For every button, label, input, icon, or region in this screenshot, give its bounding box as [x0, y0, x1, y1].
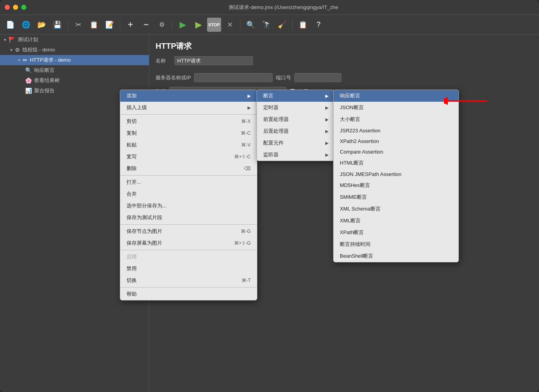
new-button[interactable]: 📄 [3, 18, 17, 32]
right-panel-title: HTTP请求 [156, 41, 533, 51]
menu-item-copy[interactable]: 复制 ⌘-C [120, 127, 257, 139]
menu-label-xml-assertion: XML断言 [340, 217, 361, 224]
copy-button[interactable]: 📋 [87, 18, 101, 32]
menu-item-post-processor[interactable]: 后置处理器 ▶ [257, 125, 335, 137]
menu-item-cut[interactable]: 剪切 ⌘-X [120, 115, 257, 127]
menu-label-help: 帮助 [126, 291, 137, 298]
open-button[interactable]: 🌐 [19, 18, 33, 32]
menu-item-listener[interactable]: 监听器 ▶ [257, 149, 335, 161]
shortcut-toggle: ⌘-T [242, 278, 251, 283]
paste-button[interactable]: 📝 [103, 18, 117, 32]
sep3 [172, 19, 172, 30]
tree-label-response-assertion: 响应断言 [34, 67, 55, 74]
menu-item-open[interactable]: 打开... [120, 176, 257, 188]
menu-item-json-assertion[interactable]: JSON断言 [334, 102, 458, 114]
menu-label-html-assertion: HTML断言 [340, 159, 364, 167]
run-button[interactable]: ▶ [176, 18, 190, 32]
list-button[interactable]: 📋 [296, 18, 310, 32]
cut-button[interactable]: ✂ [71, 18, 85, 32]
aggregate-report-icon: 📊 [25, 88, 32, 94]
broom-button[interactable]: 🧹 [275, 18, 289, 32]
menu-item-config[interactable]: 配置元件 ▶ [257, 137, 335, 149]
menu-item-duplicate[interactable]: 复写 ⌘+⇧-C [120, 151, 257, 163]
menu-label-size-assertion: 大小断言 [340, 116, 360, 123]
server-input[interactable] [194, 73, 273, 82]
menu-item-save-fragment[interactable]: 保存为测试片段 [120, 212, 257, 223]
menu-item-timer[interactable]: 定时器 ▶ [257, 102, 335, 114]
tree-label-result-tree: 察看结果树 [34, 77, 60, 84]
sep-3 [120, 224, 257, 225]
menu-item-delete[interactable]: 删除 ⌫ [120, 163, 257, 174]
menu-item-size-assertion[interactable]: 大小断言 [334, 114, 458, 125]
menu-item-xml-schema-assertion[interactable]: XML Schema断言 [334, 203, 458, 215]
close-button[interactable] [5, 5, 10, 10]
menu-label-jmespath-assertion: JSON JMESPath Assertion [340, 171, 402, 177]
menu-item-assertion[interactable]: 断言 ▶ [257, 90, 335, 102]
menu-item-toggle[interactable]: 切换 ⌘-T [120, 275, 257, 286]
menu-item-smime-assertion[interactable]: SMIME断言 [334, 191, 458, 203]
menu-item-xpath2-assertion[interactable]: XPath2 Assertion [334, 136, 458, 147]
menu-item-save-selection[interactable]: 选中部分保存为... [120, 200, 257, 212]
server-label: 服务器名称或IP [156, 74, 191, 81]
menu-label-md5hex-assertion: MD5Hex断言 [340, 182, 370, 189]
menu-item-disable[interactable]: 禁用 [120, 263, 257, 275]
traffic-lights [5, 5, 26, 10]
tree-label-http-request: HTTP请求 - demo [30, 57, 71, 64]
context-menu-main: 添加 ▶ 插入上级 ▶ 剪切 ⌘-X 复制 ⌘-C 粘贴 ⌘-V 复写 ⌘+⇧-… [120, 90, 257, 300]
tree-item-test-plan[interactable]: ▼ 🚩 测试计划 [0, 35, 149, 45]
menu-label-delete: 删除 [126, 165, 137, 172]
menu-item-paste[interactable]: 粘贴 ⌘-V [120, 139, 257, 151]
menu-item-jmespath-assertion[interactable]: JSON JMESPath Assertion [334, 169, 458, 180]
search-button[interactable]: 🔭 [259, 18, 273, 32]
menu-label-save-screen-img: 保存屏幕为图片 [126, 240, 162, 247]
config-button[interactable]: ⚙ [155, 18, 169, 32]
port-label: 端口号 [276, 74, 291, 81]
menu-item-insert-parent[interactable]: 插入上级 ▶ [120, 102, 257, 114]
arrow-pre: ▶ [325, 117, 328, 122]
sep1 [68, 19, 68, 30]
menu-item-md5hex-assertion[interactable]: MD5Hex断言 [334, 180, 458, 191]
menu-item-help[interactable]: 帮助 [120, 288, 257, 300]
help-button[interactable]: ? [312, 18, 326, 32]
menu-label-assertion: 断言 [263, 92, 273, 99]
context-menu-assertion-types: 响应断言 JSON断言 大小断言 JSR223 Assertion XPath2… [333, 90, 459, 262]
save-button[interactable]: 💾 [50, 18, 64, 32]
menu-item-xml-assertion[interactable]: XML断言 [334, 215, 458, 227]
menu-item-save-screen-img[interactable]: 保存屏幕为图片 ⌘+⇧-G [120, 237, 257, 249]
menu-item-compare-assertion[interactable]: Compare Assertion [334, 147, 458, 157]
browse-button[interactable]: 🔍 [244, 18, 258, 32]
tree-item-result-tree[interactable]: 🌸 察看结果树 [0, 75, 149, 86]
arrow-icon-3: ▼ [17, 58, 21, 62]
templates-button[interactable]: 📂 [35, 18, 49, 32]
run-selected-button[interactable]: ▶ [191, 18, 205, 32]
minimize-button[interactable] [13, 5, 18, 10]
menu-item-pre-processor[interactable]: 前置处理器 ▶ [257, 114, 335, 125]
menu-item-xpath-assertion[interactable]: XPath断言 [334, 227, 458, 238]
title-bar: 测试请求-demo.jmx (/Users/zhengqingya/IT_zhe [0, 0, 539, 15]
menu-label-xml-schema-assertion: XML Schema断言 [340, 205, 381, 212]
sep-5 [120, 287, 257, 288]
menu-label-add: 添加 [126, 92, 137, 99]
arrow-post: ▶ [325, 129, 328, 134]
menu-item-jsr223-assertion[interactable]: JSR223 Assertion [334, 125, 458, 136]
tree-item-http-request[interactable]: ▼ ✏ HTTP请求 - demo [0, 55, 149, 65]
sep4 [240, 19, 240, 30]
tree-item-response-assertion[interactable]: 🔍 响应断言 [0, 65, 149, 75]
menu-label-disable: 禁用 [126, 265, 137, 272]
stop-button[interactable]: STOP [207, 18, 221, 32]
menu-item-beanshell-assertion[interactable]: BeanShell断言 [334, 250, 458, 262]
port-input[interactable] [294, 73, 341, 82]
menu-label-timer: 定时器 [263, 104, 279, 111]
maximize-button[interactable] [21, 5, 26, 10]
menu-item-add[interactable]: 添加 ▶ [120, 90, 257, 102]
name-input[interactable] [174, 56, 253, 65]
menu-item-html-assertion[interactable]: HTML断言 [334, 157, 458, 169]
menu-item-merge[interactable]: 合并 [120, 188, 257, 200]
remove-button[interactable]: − [139, 18, 153, 32]
menu-item-response-assertion[interactable]: 响应断言 [334, 90, 458, 102]
menu-item-duration-assertion[interactable]: 断言持续时间 [334, 238, 458, 250]
tree-item-thread-group[interactable]: ▼ ⚙ 线程组 - demo [0, 45, 149, 55]
clear-button[interactable]: ✕ [223, 18, 237, 32]
add-button[interactable]: + [123, 18, 138, 32]
menu-item-save-node-img[interactable]: 保存节点为图片 ⌘-G [120, 225, 257, 237]
